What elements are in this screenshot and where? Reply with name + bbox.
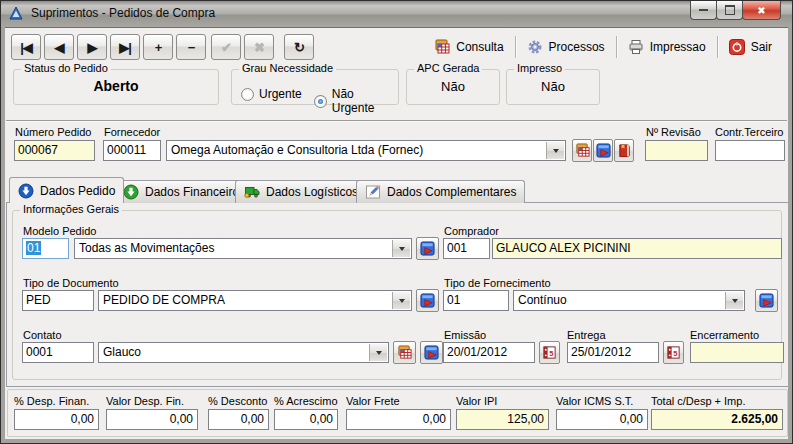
goto-form-icon	[596, 143, 611, 158]
entrega-field[interactable]: 25/01/2012	[567, 342, 659, 363]
acrescimo-pct-field[interactable]: 0,00	[274, 409, 338, 430]
tab-dados-complementares[interactable]: Dados Complementares	[356, 180, 525, 203]
dropdown-button[interactable]	[725, 292, 743, 309]
close-button[interactable]: ✖	[742, 1, 781, 20]
nao-urgente-radio[interactable]: Não Urgente	[314, 87, 398, 115]
goto-form-icon	[420, 293, 435, 308]
pencil-icon	[365, 184, 381, 200]
fornecedor-goto-button[interactable]	[593, 139, 613, 162]
valor-icms-st-field[interactable]: 0,00	[556, 409, 648, 430]
emissao-field[interactable]: 20/01/2012	[443, 342, 535, 363]
contato-combo[interactable]: Glauco	[98, 342, 389, 363]
nav-first-button[interactable]: |◀	[11, 34, 41, 60]
tipo-fornecimento-combo[interactable]: Contínuo	[513, 290, 745, 311]
svg-text:5: 5	[673, 349, 677, 358]
nav-prior-button[interactable]: ◀	[44, 34, 74, 60]
nao-urgente-radio-label: Não Urgente	[332, 87, 398, 115]
tab-label: Dados Pedido	[40, 184, 115, 198]
table-icon	[397, 345, 412, 360]
apc-gerada-groupbox: APC Gerada Não	[406, 69, 500, 105]
tab-dados-financeiros[interactable]: Dados Financeiros	[114, 180, 254, 203]
fornecedor-code-field[interactable]: 000011	[103, 140, 161, 161]
chevron-down-icon	[553, 149, 559, 153]
nav-next-button[interactable]: ▶	[77, 34, 107, 60]
tipo-documento-code-field[interactable]: PED	[22, 290, 94, 311]
consulta-button[interactable]: Consulta	[423, 39, 514, 55]
fornecedor-name: Omega Automação e Consultoria Ltda (Forn…	[171, 143, 423, 157]
valor-icms-st-label: Valor ICMS S.T.	[556, 395, 633, 407]
chevron-down-icon	[399, 299, 405, 303]
app-logo-icon	[8, 6, 24, 22]
nav-last-button[interactable]: ▶|	[110, 34, 140, 60]
valor-frete-field[interactable]: 0,00	[346, 409, 451, 430]
dropdown-button[interactable]	[369, 344, 387, 361]
tipo-fornecimento-goto-button[interactable]	[755, 289, 778, 312]
emissao-calendar-button[interactable]: 5	[539, 341, 560, 364]
modelo-pedido-combo[interactable]: Todas as Movimentações	[74, 238, 412, 259]
nav-post-button: ✔	[211, 34, 241, 60]
selected-text: 01	[26, 241, 41, 255]
total-desp-imp-label: Total c/Desp + Imp.	[651, 395, 745, 407]
tipo-fornecimento-code-field[interactable]: 01	[443, 290, 509, 311]
status-pedido-groupbox: Status do Pedido Aberto	[13, 69, 219, 105]
desp-finan-pct-field[interactable]: 0,00	[14, 409, 99, 430]
truck-icon	[244, 184, 260, 200]
sair-button[interactable]: Sair	[718, 39, 783, 55]
tipo-documento-combo[interactable]: PEDIDO DE COMPRA	[98, 290, 412, 311]
impressao-label: Impressao	[650, 40, 706, 54]
urgente-radio[interactable]: Urgente	[241, 87, 302, 101]
nav-delete-button[interactable]: −	[176, 34, 206, 60]
nav-cancel-button: ✖	[244, 34, 274, 60]
fornecedor-lookup-button[interactable]	[572, 139, 592, 162]
impressao-button[interactable]: Impressao	[617, 39, 717, 55]
tab-dados-logisticos[interactable]: Dados Logísticos	[235, 180, 367, 203]
modelo-pedido-goto-button[interactable]	[416, 237, 439, 260]
comprador-label: Comprador	[444, 225, 499, 237]
minimize-button[interactable]	[690, 1, 717, 20]
contato-desc: Glauco	[103, 345, 141, 359]
emissao-label: Emissão	[444, 329, 486, 341]
tab-label: Dados Logísticos	[266, 185, 358, 199]
numero-pedido-field: 000067	[14, 140, 95, 161]
desp-finan-pct-label: % Desp. Finan.	[14, 395, 89, 407]
nav-insert-button[interactable]: +	[143, 34, 173, 60]
title-bar[interactable]: Suprimentos - Pedidos de Compra	[1, 1, 792, 28]
impresso-groupbox: Impresso Não	[506, 69, 600, 105]
contr-terceiro-field[interactable]	[715, 140, 785, 161]
tab-dados-pedido[interactable]: Dados Pedido	[9, 177, 124, 203]
app-window: Suprimentos - Pedidos de Compra ✖ |◀ ◀ ▶…	[0, 0, 793, 444]
comprador-code-field[interactable]: 001	[443, 238, 490, 259]
fornecedor-combo[interactable]: Omega Automação e Consultoria Ltda (Forn…	[166, 140, 566, 161]
grau-necessidade-groupbox: Grau Necessidade Urgente Não Urgente	[231, 69, 399, 105]
contato-code-field[interactable]: 0001	[22, 342, 94, 363]
grau-necessidade-label: Grau Necessidade	[239, 62, 336, 74]
nav-refresh-button[interactable]: ↻	[284, 34, 314, 60]
desconto-pct-label: % Desconto	[208, 395, 267, 407]
horizontal-separator	[6, 120, 787, 122]
contato-label: Contato	[23, 329, 62, 341]
contato-goto-button[interactable]	[420, 341, 443, 364]
close-icon: ✖	[757, 5, 765, 16]
tipo-documento-goto-button[interactable]	[416, 289, 439, 312]
modelo-pedido-code-field[interactable]: 01	[22, 238, 69, 259]
desconto-pct-field[interactable]: 0,00	[208, 409, 269, 430]
maximize-icon	[725, 5, 735, 15]
dropdown-button[interactable]	[392, 292, 410, 309]
maximize-button[interactable]	[716, 1, 743, 20]
revisao-label: Nº Revisão	[646, 126, 701, 138]
valor-frete-label: Valor Frete	[346, 395, 400, 407]
informacoes-gerais-label: Informações Gerais	[20, 203, 122, 215]
dropdown-button[interactable]	[546, 142, 564, 159]
minimize-icon	[699, 6, 708, 11]
radio-icon	[314, 95, 327, 108]
goto-form-icon	[759, 293, 774, 308]
contato-lookup-button[interactable]	[393, 341, 416, 364]
tab-label: Dados Financeiros	[145, 185, 245, 199]
dropdown-button[interactable]	[392, 240, 410, 257]
processos-button[interactable]: Processos	[516, 39, 616, 55]
valor-desp-fin-field[interactable]: 0,00	[106, 409, 198, 430]
chevron-down-icon	[732, 299, 738, 303]
fornecedor-contacts-button[interactable]	[614, 139, 634, 162]
window-title: Suprimentos - Pedidos de Compra	[31, 1, 215, 26]
entrega-calendar-button[interactable]: 5	[663, 341, 684, 364]
